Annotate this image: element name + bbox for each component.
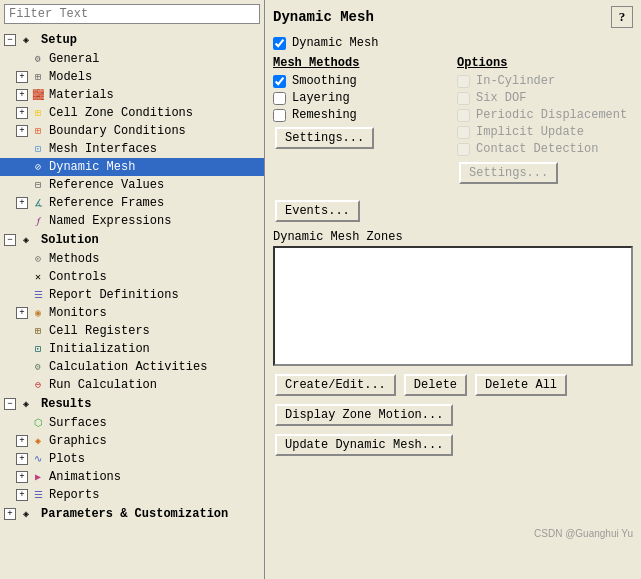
tree-item-label: Cell Zone Conditions: [49, 106, 193, 120]
expand-boundary[interactable]: +: [16, 125, 28, 137]
tree-item-label: Cell Registers: [49, 324, 150, 338]
tree-item-label: Monitors: [49, 306, 107, 320]
tree-item-reference-values[interactable]: ⊟ Reference Values: [0, 176, 264, 194]
create-edit-button[interactable]: Create/Edit...: [275, 374, 396, 396]
tree-section-params[interactable]: + ◈ Parameters & Customization: [0, 504, 264, 524]
tree-item-surfaces[interactable]: ⬡ Surfaces: [0, 414, 264, 432]
events-button[interactable]: Events...: [275, 200, 360, 222]
delete-all-button[interactable]: Delete All: [475, 374, 567, 396]
display-zone-motion-button[interactable]: Display Zone Motion...: [275, 404, 453, 426]
title-bar: Dynamic Mesh ?: [265, 0, 641, 32]
periodic-checkbox[interactable]: [457, 109, 470, 122]
expand-animations[interactable]: +: [16, 471, 28, 483]
tree-item-initialization[interactable]: ⊡ Initialization: [0, 340, 264, 358]
contact-checkbox[interactable]: [457, 143, 470, 156]
solution-icon: ◈: [18, 232, 34, 248]
tree-item-monitors[interactable]: + ◉ Monitors: [0, 304, 264, 322]
expand-results[interactable]: −: [4, 398, 16, 410]
tree-item-label: General: [49, 52, 99, 66]
mesh-methods-header: Mesh Methods: [273, 56, 449, 70]
tree-item-general[interactable]: ⚙ General: [0, 50, 264, 68]
delete-button[interactable]: Delete: [404, 374, 467, 396]
calc-icon: ⚙: [30, 359, 46, 375]
tree-item-label: Reference Values: [49, 178, 164, 192]
options-settings-button[interactable]: Settings...: [459, 162, 558, 184]
smoothing-checkbox[interactable]: [273, 75, 286, 88]
tree-item-plots[interactable]: + ∿ Plots: [0, 450, 264, 468]
tree-item-report-defs[interactable]: ☰ Report Definitions: [0, 286, 264, 304]
dynamic-mesh-checkbox[interactable]: [273, 37, 286, 50]
tree-item-methods[interactable]: ⊙ Methods: [0, 250, 264, 268]
sixdof-checkbox[interactable]: [457, 92, 470, 105]
tree-item-graphics[interactable]: + ◈ Graphics: [0, 432, 264, 450]
expand-solution[interactable]: −: [4, 234, 16, 246]
dynamic-mesh-label: Dynamic Mesh: [292, 36, 378, 50]
tree-item-dynamic-mesh[interactable]: ⊘ Dynamic Mesh: [0, 158, 264, 176]
surfaces-icon: ⬡: [30, 415, 46, 431]
results-label: Results: [37, 395, 95, 413]
tree-item-named-expressions[interactable]: 𝑓 Named Expressions: [0, 212, 264, 230]
tree-item-run-calc[interactable]: ⊖ Run Calculation: [0, 376, 264, 394]
tree-item-cell-zone[interactable]: + ⊞ Cell Zone Conditions: [0, 104, 264, 122]
tree-item-calc-activities[interactable]: ⚙ Calculation Activities: [0, 358, 264, 376]
run-icon: ⊖: [30, 377, 46, 393]
expand-graphics[interactable]: +: [16, 435, 28, 447]
tree-item-reference-frames[interactable]: + ∡ Reference Frames: [0, 194, 264, 212]
tree-item-boundary[interactable]: + ⊞ Boundary Conditions: [0, 122, 264, 140]
tree-item-label: Materials: [49, 88, 114, 102]
options-header: Options: [457, 56, 633, 70]
expand-reports[interactable]: +: [16, 489, 28, 501]
incylinder-checkbox[interactable]: [457, 75, 470, 88]
expand-models[interactable]: +: [16, 71, 28, 83]
panel-title: Dynamic Mesh: [273, 9, 374, 25]
params-label: Parameters & Customization: [37, 505, 232, 523]
tree-item-cell-registers[interactable]: ⊞ Cell Registers: [0, 322, 264, 340]
tree-item-label: Methods: [49, 252, 99, 266]
implicit-checkbox[interactable]: [457, 126, 470, 139]
expand-ref-frames[interactable]: +: [16, 197, 28, 209]
tree-item-animations[interactable]: + ▶ Animations: [0, 468, 264, 486]
methods-icon: ⊙: [30, 251, 46, 267]
tree-item-label: Mesh Interfaces: [49, 142, 157, 156]
tree-item-controls[interactable]: ✕ Controls: [0, 268, 264, 286]
two-col-area: Mesh Methods Smoothing Layering Remeshin…: [273, 56, 633, 186]
display-zone-row: Display Zone Motion...: [273, 402, 633, 428]
expand-setup[interactable]: −: [4, 34, 16, 46]
methods-settings-button[interactable]: Settings...: [275, 127, 374, 149]
tree-item-mesh-interfaces[interactable]: ⊡ Mesh Interfaces: [0, 140, 264, 158]
gear-icon: ⚙: [30, 51, 46, 67]
expand-params[interactable]: +: [4, 508, 16, 520]
tree-section-results[interactable]: − ◈ Results: [0, 394, 264, 414]
update-dynamic-mesh-button[interactable]: Update Dynamic Mesh...: [275, 434, 453, 456]
left-panel: − ◈ Setup ⚙ General + ⊞ Models + 🧱 Mater…: [0, 0, 265, 579]
expand-cell-zone[interactable]: +: [16, 107, 28, 119]
setup-icon: ◈: [18, 32, 34, 48]
remeshing-checkbox[interactable]: [273, 109, 286, 122]
incylinder-label: In-Cylinder: [476, 74, 555, 88]
tree-item-label: Report Definitions: [49, 288, 179, 302]
implicit-label: Implicit Update: [476, 125, 584, 139]
tree-item-reports[interactable]: + ☰ Reports: [0, 486, 264, 504]
filter-input[interactable]: [4, 4, 260, 24]
options-settings-row: Settings...: [457, 160, 633, 186]
expand-materials[interactable]: +: [16, 89, 28, 101]
cell-zone-icon: ⊞: [30, 105, 46, 121]
expand-plots[interactable]: +: [16, 453, 28, 465]
expand-monitors[interactable]: +: [16, 307, 28, 319]
help-button[interactable]: ?: [611, 6, 633, 28]
tree-item-materials[interactable]: + 🧱 Materials: [0, 86, 264, 104]
panel-body: Dynamic Mesh Mesh Methods Smoothing Laye…: [265, 32, 641, 579]
layering-checkbox[interactable]: [273, 92, 286, 105]
tree-item-label: Named Expressions: [49, 214, 171, 228]
cell-registers-icon: ⊞: [30, 323, 46, 339]
tree-item-label: Run Calculation: [49, 378, 157, 392]
tree-section-solution[interactable]: − ◈ Solution: [0, 230, 264, 250]
option-contact: Contact Detection: [457, 142, 633, 156]
tree-item-label: Boundary Conditions: [49, 124, 186, 138]
tree-item-label: Graphics: [49, 434, 107, 448]
tree-section-setup[interactable]: − ◈ Setup: [0, 30, 264, 50]
ref-values-icon: ⊟: [30, 177, 46, 193]
tree-item-models[interactable]: + ⊞ Models: [0, 68, 264, 86]
option-periodic: Periodic Displacement: [457, 108, 633, 122]
setup-label: Setup: [37, 31, 81, 49]
